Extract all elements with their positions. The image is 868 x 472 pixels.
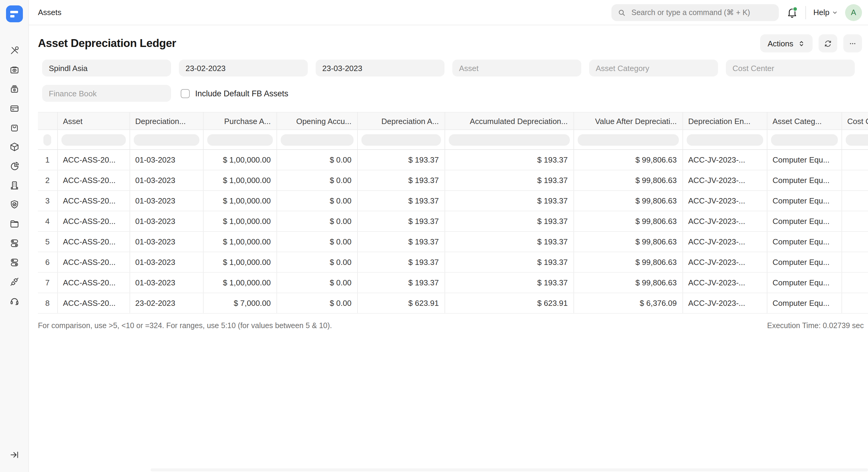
table-cell[interactable]: ACC-JV-2023-... bbox=[682, 293, 767, 313]
table-cell[interactable]: ACC-ASS-20... bbox=[57, 170, 129, 191]
money-case-icon[interactable] bbox=[9, 64, 20, 75]
include-default-fb-checkbox[interactable]: Include Default FB Assets bbox=[181, 89, 288, 98]
table-cell[interactable]: $ 1,00,000.00 bbox=[203, 252, 277, 272]
column-filter-input[interactable] bbox=[444, 130, 574, 149]
table-cell[interactable]: 01-03-2023 bbox=[129, 252, 203, 272]
table-cell[interactable]: $ 0.00 bbox=[277, 272, 357, 293]
table-cell[interactable]: $ 193.37 bbox=[444, 232, 574, 252]
table-cell[interactable]: $ 0.00 bbox=[277, 211, 357, 232]
actions-button[interactable]: Actions bbox=[761, 34, 813, 53]
table-cell[interactable]: Computer Equ... bbox=[767, 232, 841, 252]
column-header[interactable]: Cost Center bbox=[841, 112, 868, 130]
table-cell[interactable]: $ 193.37 bbox=[357, 149, 444, 170]
table-cell[interactable] bbox=[841, 211, 868, 232]
column-header[interactable]: Asset Categ... bbox=[767, 112, 841, 130]
table-cell[interactable]: $ 1,00,000.00 bbox=[203, 272, 277, 293]
table-cell[interactable]: $ 6,376.09 bbox=[574, 293, 682, 313]
table-cell[interactable]: ACC-ASS-20... bbox=[57, 293, 129, 313]
table-cell[interactable]: ACC-JV-2023-... bbox=[682, 211, 767, 232]
table-cell[interactable]: $ 193.37 bbox=[444, 149, 574, 170]
toggles-icon-2[interactable] bbox=[9, 257, 20, 268]
table-cell[interactable]: ACC-ASS-20... bbox=[57, 211, 129, 232]
table-cell[interactable]: Computer Equ... bbox=[767, 252, 841, 272]
table-cell[interactable]: $ 0.00 bbox=[277, 252, 357, 272]
column-filter-input[interactable] bbox=[574, 130, 682, 149]
column-filter-input[interactable] bbox=[57, 130, 129, 149]
column-header[interactable]: Depreciation A... bbox=[357, 112, 444, 130]
company-filter[interactable] bbox=[42, 60, 171, 76]
table-cell[interactable] bbox=[841, 252, 868, 272]
table-cell[interactable] bbox=[841, 191, 868, 211]
table-cell[interactable]: $ 0.00 bbox=[277, 170, 357, 191]
checkbox-box[interactable] bbox=[181, 89, 190, 98]
menu-button[interactable] bbox=[843, 34, 862, 53]
table-cell[interactable]: Computer Equ... bbox=[767, 293, 841, 313]
table-cell[interactable]: $ 99,806.63 bbox=[574, 252, 682, 272]
column-filter-input[interactable] bbox=[357, 130, 444, 149]
table-cell[interactable]: $ 193.37 bbox=[357, 232, 444, 252]
table-cell[interactable]: $ 1,00,000.00 bbox=[203, 191, 277, 211]
table-cell[interactable]: Computer Equ... bbox=[767, 191, 841, 211]
table-cell[interactable] bbox=[841, 149, 868, 170]
cost-center-filter[interactable] bbox=[726, 60, 855, 76]
table-cell[interactable]: $ 193.37 bbox=[444, 252, 574, 272]
table-cell[interactable]: 01-03-2023 bbox=[129, 232, 203, 252]
table-cell[interactable]: $ 193.37 bbox=[357, 191, 444, 211]
breadcrumb[interactable]: Assets bbox=[38, 8, 61, 17]
table-cell[interactable]: ACC-ASS-20... bbox=[57, 252, 129, 272]
column-filter-input[interactable] bbox=[203, 130, 277, 149]
app-logo[interactable] bbox=[6, 5, 23, 22]
table-cell[interactable] bbox=[841, 170, 868, 191]
shield-check-icon[interactable] bbox=[9, 199, 20, 210]
table-cell[interactable]: 01-03-2023 bbox=[129, 191, 203, 211]
table-cell[interactable]: $ 1,00,000.00 bbox=[203, 232, 277, 252]
table-cell[interactable]: $ 193.37 bbox=[444, 170, 574, 191]
table-cell[interactable]: $ 7,000.00 bbox=[203, 293, 277, 313]
column-filter-input[interactable] bbox=[277, 130, 357, 149]
table-cell[interactable] bbox=[841, 232, 868, 252]
table-cell[interactable]: $ 99,806.63 bbox=[574, 191, 682, 211]
pie-chart-icon[interactable] bbox=[9, 161, 20, 172]
column-header[interactable]: Asset bbox=[57, 112, 129, 130]
table-cell[interactable]: $ 0.00 bbox=[277, 149, 357, 170]
notifications-bell-icon[interactable] bbox=[786, 6, 799, 19]
column-filter-input[interactable] bbox=[767, 130, 841, 149]
help-menu[interactable]: Help bbox=[813, 8, 838, 17]
table-cell[interactable]: Computer Equ... bbox=[767, 170, 841, 191]
table-cell[interactable]: $ 99,806.63 bbox=[574, 149, 682, 170]
to-date-filter[interactable] bbox=[316, 60, 444, 76]
column-filter-input[interactable] bbox=[682, 130, 767, 149]
table-cell[interactable]: ACC-JV-2023-... bbox=[682, 191, 767, 211]
table-cell[interactable]: Computer Equ... bbox=[767, 149, 841, 170]
table-cell[interactable]: $ 0.00 bbox=[277, 232, 357, 252]
table-cell[interactable]: $ 193.37 bbox=[444, 211, 574, 232]
expand-sidebar-icon[interactable] bbox=[9, 450, 19, 460]
table-cell[interactable] bbox=[841, 293, 868, 313]
asset-category-filter[interactable] bbox=[589, 60, 718, 76]
column-header[interactable]: Depreciation En... bbox=[682, 112, 767, 130]
table-cell[interactable]: ACC-ASS-20... bbox=[57, 191, 129, 211]
table-cell[interactable]: ACC-JV-2023-... bbox=[682, 272, 767, 293]
table-cell[interactable]: $ 1,00,000.00 bbox=[203, 211, 277, 232]
headset-icon[interactable] bbox=[9, 296, 20, 306]
table-cell[interactable]: $ 1,00,000.00 bbox=[203, 149, 277, 170]
column-header[interactable]: Purchase A... bbox=[203, 112, 277, 130]
shopping-bag-icon[interactable] bbox=[9, 122, 20, 133]
table-cell[interactable]: 01-03-2023 bbox=[129, 272, 203, 293]
table-cell[interactable]: 01-03-2023 bbox=[129, 170, 203, 191]
table-cell[interactable]: Computer Equ... bbox=[767, 211, 841, 232]
toggles-icon[interactable] bbox=[9, 238, 20, 249]
table-cell[interactable]: $ 193.37 bbox=[357, 170, 444, 191]
table-cell[interactable]: $ 99,806.63 bbox=[574, 272, 682, 293]
column-header[interactable]: Accumulated Depreciation... bbox=[444, 112, 574, 130]
column-header[interactable]: Depreciation... bbox=[129, 112, 203, 130]
package-icon[interactable] bbox=[9, 141, 20, 152]
table-cell[interactable]: ACC-JV-2023-... bbox=[682, 232, 767, 252]
table-cell[interactable] bbox=[841, 272, 868, 293]
camera-box-icon[interactable] bbox=[9, 84, 20, 95]
table-cell[interactable]: $ 193.37 bbox=[357, 272, 444, 293]
table-cell[interactable]: 01-03-2023 bbox=[129, 149, 203, 170]
table-cell[interactable]: ACC-JV-2023-... bbox=[682, 252, 767, 272]
table-cell[interactable]: ACC-ASS-20... bbox=[57, 272, 129, 293]
table-cell[interactable]: $ 0.00 bbox=[277, 293, 357, 313]
